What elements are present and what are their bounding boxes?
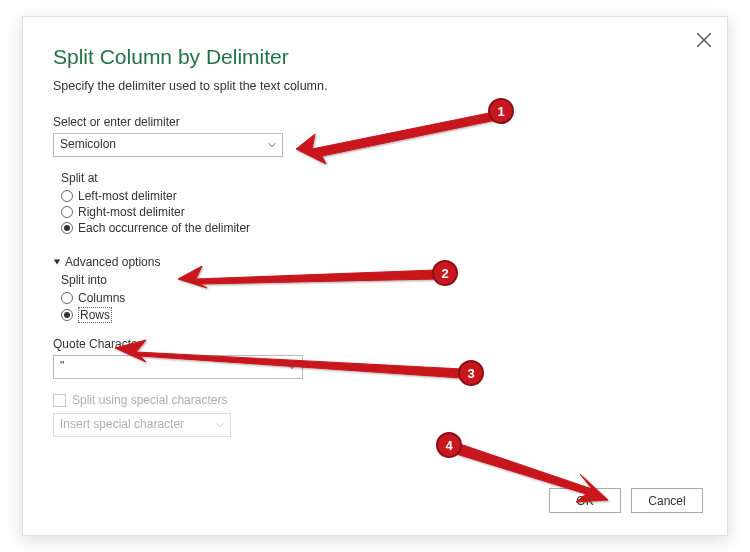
svg-marker-2 (54, 260, 60, 265)
triangle-down-icon (53, 258, 61, 266)
checkbox-icon (53, 394, 66, 407)
delimiter-label: Select or enter delimiter (53, 115, 697, 129)
split-into-columns[interactable]: Columns (61, 291, 697, 305)
close-icon[interactable] (695, 31, 713, 49)
special-char-dropdown: Insert special character (53, 413, 231, 437)
split-into-rows[interactable]: Rows (61, 307, 697, 323)
ok-button[interactable]: OK (549, 488, 621, 513)
advanced-options-toggle[interactable]: Advanced options (53, 255, 697, 269)
quote-label: Quote Character (53, 337, 697, 351)
dialog-buttons: OK Cancel (549, 488, 703, 513)
split-into-group: Columns Rows (61, 291, 697, 323)
split-into-label: Split into (61, 273, 697, 287)
split-at-right[interactable]: Right-most delimiter (61, 205, 697, 219)
split-at-group: Left-most delimiter Right-most delimiter… (61, 189, 697, 235)
callout-2: 2 (432, 260, 458, 286)
split-at-label: Split at (61, 171, 697, 185)
quote-dropdown[interactable]: " (53, 355, 303, 379)
quote-value: " (60, 359, 64, 373)
split-column-dialog: Split Column by Delimiter Specify the de… (22, 16, 728, 536)
delimiter-dropdown[interactable]: Semicolon (53, 133, 283, 157)
chevron-down-icon (268, 141, 276, 149)
split-at-each[interactable]: Each occurrence of the delimiter (61, 221, 697, 235)
split-at-left[interactable]: Left-most delimiter (61, 189, 697, 203)
cancel-button[interactable]: Cancel (631, 488, 703, 513)
chevron-down-icon (216, 421, 224, 429)
chevron-down-icon (288, 363, 296, 371)
callout-1: 1 (488, 98, 514, 124)
callout-4: 4 (436, 432, 462, 458)
dialog-title: Split Column by Delimiter (53, 45, 697, 69)
delimiter-value: Semicolon (60, 137, 116, 151)
dialog-subtitle: Specify the delimiter used to split the … (53, 79, 697, 93)
special-char-checkbox-row[interactable]: Split using special characters (53, 393, 697, 407)
callout-3: 3 (458, 360, 484, 386)
